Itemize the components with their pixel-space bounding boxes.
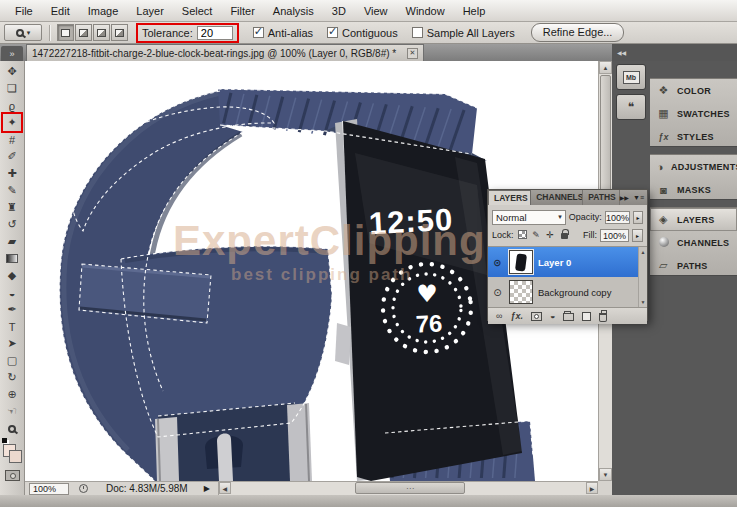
- panel-button-color[interactable]: ❖ COLOR: [650, 79, 737, 102]
- eye-icon[interactable]: ⊙: [491, 257, 504, 268]
- subtract-from-selection-button[interactable]: [93, 24, 110, 41]
- scroll-down-icon[interactable]: ▼: [599, 468, 612, 481]
- new-group-icon[interactable]: [563, 313, 574, 321]
- lock-all-icon[interactable]: [559, 230, 570, 241]
- horizontal-scroll-thumb[interactable]: ⋯: [355, 482, 465, 494]
- 3d-orbit-tool[interactable]: ⊕: [0, 386, 24, 403]
- collapse-arrows-icon[interactable]: ▶▶: [620, 194, 629, 201]
- add-to-selection-button[interactable]: [75, 24, 92, 41]
- menu-help[interactable]: Help: [454, 2, 495, 20]
- panel-button-swatches[interactable]: ▦ SWATCHES: [650, 102, 737, 125]
- menu-image[interactable]: Image: [79, 2, 128, 20]
- pen-tool[interactable]: ✒: [0, 301, 24, 318]
- panel-button-channels[interactable]: CHANNELS: [650, 231, 737, 254]
- intersect-selection-button[interactable]: [111, 24, 128, 41]
- layer-thumbnail[interactable]: [509, 250, 533, 274]
- panel-strip-header[interactable]: ◀◀: [612, 44, 650, 61]
- tool-preset-picker[interactable]: ▾: [4, 24, 42, 41]
- crop-tool[interactable]: #: [0, 131, 24, 148]
- healing-brush-tool[interactable]: ✚: [0, 165, 24, 182]
- eyedropper-tool[interactable]: ✐: [0, 148, 24, 165]
- menu-edit[interactable]: Edit: [42, 2, 79, 20]
- delete-layer-icon[interactable]: [599, 313, 607, 322]
- opacity-spinner[interactable]: ▸: [633, 211, 643, 224]
- menu-select[interactable]: Select: [173, 2, 222, 20]
- layer-style-icon[interactable]: ƒx.: [510, 311, 523, 321]
- panel-label: MASKS: [677, 185, 711, 195]
- toolbar-collapse-button[interactable]: »: [1, 46, 23, 61]
- move-tool[interactable]: ✥: [0, 63, 24, 80]
- panel-button-adjustments[interactable]: ◑ ADJUSTMENTS: [650, 155, 737, 178]
- menu-3d[interactable]: 3D: [323, 2, 355, 20]
- horizontal-scrollbar[interactable]: ◀ ⋯ ▶: [218, 482, 598, 495]
- scroll-right-icon[interactable]: ▶: [586, 482, 598, 494]
- hand-tool[interactable]: ☜: [0, 403, 24, 420]
- eyedropper-icon: ✐: [7, 150, 16, 163]
- background-color-swatch[interactable]: [9, 450, 22, 463]
- type-tool[interactable]: T: [0, 318, 24, 335]
- menu-analysis[interactable]: Analysis: [264, 2, 323, 20]
- layer-row-layer-0[interactable]: ⊙ Layer 0: [488, 247, 647, 277]
- refine-edge-button[interactable]: Refine Edge...: [531, 23, 625, 42]
- tab-channels[interactable]: CHANNELS: [531, 190, 583, 205]
- menu-layer[interactable]: Layer: [127, 2, 173, 20]
- lock-position-icon[interactable]: ✛: [545, 230, 556, 240]
- menu-window[interactable]: Window: [397, 2, 454, 20]
- link-layers-icon[interactable]: ∞: [496, 311, 502, 321]
- anti-alias-checkbox[interactable]: [253, 27, 264, 38]
- scroll-up-icon[interactable]: ▲: [639, 248, 647, 256]
- zoom-level-field[interactable]: 100%: [29, 483, 69, 495]
- opacity-field[interactable]: 100%: [605, 211, 630, 224]
- status-flyout-icon[interactable]: ▶: [204, 484, 210, 493]
- blur-tool[interactable]: ◆: [0, 267, 24, 284]
- scroll-left-icon[interactable]: ◀: [219, 482, 231, 494]
- scroll-down-icon[interactable]: ▼: [639, 298, 647, 306]
- fill-field[interactable]: 100%: [600, 229, 629, 242]
- layer-thumbnail[interactable]: [509, 280, 533, 304]
- default-colors-icon[interactable]: [2, 438, 7, 443]
- layer-row-background-copy[interactable]: ⊙ Background copy: [488, 277, 647, 307]
- close-icon[interactable]: ✕: [407, 48, 418, 59]
- clone-source-panel-button[interactable]: ❝: [616, 94, 646, 120]
- lock-transparency-icon[interactable]: [517, 230, 528, 241]
- panel-button-styles[interactable]: ƒx STYLES: [650, 125, 737, 148]
- quick-mask-button[interactable]: [5, 470, 20, 481]
- menu-file[interactable]: File: [6, 2, 42, 20]
- zoom-tool[interactable]: [0, 420, 24, 437]
- tab-paths[interactable]: PATHS: [583, 190, 620, 205]
- shape-tool[interactable]: ▢: [0, 352, 24, 369]
- panel-menu-icon[interactable]: ▼≡: [633, 194, 644, 201]
- panel-button-masks[interactable]: ◙ MASKS: [650, 178, 737, 201]
- gradient-tool[interactable]: [0, 250, 24, 267]
- panel-button-paths[interactable]: ▱ PATHS: [650, 254, 737, 277]
- 3d-rotate-tool[interactable]: ↻: [0, 369, 24, 386]
- tolerance-input[interactable]: [197, 26, 233, 40]
- lock-paint-icon[interactable]: ✎: [531, 230, 542, 240]
- clone-stamp-tool[interactable]: ♜: [0, 199, 24, 216]
- sample-all-layers-checkbox[interactable]: [412, 27, 423, 38]
- fill-spinner[interactable]: ▸: [632, 229, 643, 242]
- scroll-up-icon[interactable]: ▲: [599, 61, 612, 74]
- dodge-tool[interactable]: ◒: [0, 284, 24, 301]
- brush-tool[interactable]: ✎: [0, 182, 24, 199]
- eye-icon[interactable]: ⊙: [491, 287, 504, 298]
- path-selection-tool[interactable]: ➤: [0, 335, 24, 352]
- menu-filter[interactable]: Filter: [221, 2, 263, 20]
- layers-list-scrollbar[interactable]: ▲ ▼: [638, 247, 647, 307]
- panel-button-layers[interactable]: ◈ LAYERS: [650, 208, 737, 231]
- tab-layers[interactable]: LAYERS: [488, 190, 531, 205]
- lasso-tool[interactable]: ϱ: [0, 97, 24, 114]
- new-layer-icon[interactable]: [582, 312, 591, 321]
- blend-mode-select[interactable]: Normal ▾: [492, 210, 566, 225]
- adjustment-layer-icon[interactable]: ◒: [550, 311, 555, 321]
- menu-view[interactable]: View: [355, 2, 397, 20]
- marquee-tool[interactable]: ❏: [0, 80, 24, 97]
- add-layer-mask-icon[interactable]: [531, 312, 542, 321]
- new-selection-button[interactable]: [57, 24, 74, 41]
- magic-wand-tool[interactable]: ✦: [0, 114, 24, 131]
- mini-bridge-panel-button[interactable]: Mb: [616, 64, 646, 90]
- contiguous-checkbox[interactable]: [327, 27, 338, 38]
- history-brush-tool[interactable]: ↺: [0, 216, 24, 233]
- document-tab[interactable]: 1472227218-fitbit-charge-2-blue-clock-be…: [26, 44, 424, 61]
- eraser-tool[interactable]: ▰: [0, 233, 24, 250]
